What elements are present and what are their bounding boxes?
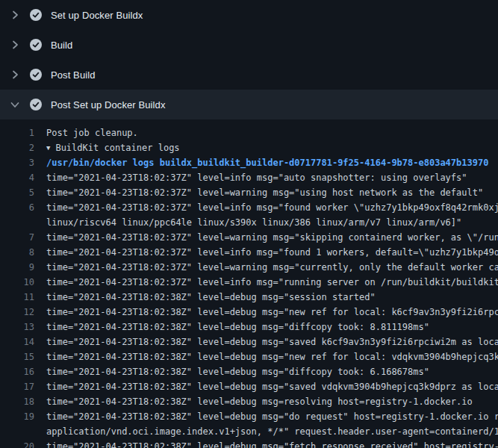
line-number[interactable]: 8 <box>0 245 34 260</box>
log-group-header[interactable]: ▼BuildKit container logs <box>34 140 180 155</box>
log-line: 17 time="2021-04-23T18:02:38Z" level=deb… <box>0 379 498 394</box>
log-text: time="2021-04-23T18:02:37Z" level=info m… <box>34 275 498 290</box>
log-text: time="2021-04-23T18:02:38Z" level=debug … <box>34 305 498 320</box>
log-line: 8 time="2021-04-23T18:02:37Z" level=info… <box>0 245 498 260</box>
line-number[interactable]: 2 <box>0 140 34 155</box>
line-number[interactable]: 1 <box>0 125 34 140</box>
log-line: 12 time="2021-04-23T18:02:38Z" level=deb… <box>0 305 498 320</box>
step-header-post-set-up-docker-buildx[interactable]: Post Set up Docker Buildx <box>0 90 498 119</box>
line-number[interactable]: 5 <box>0 185 34 200</box>
line-number[interactable]: 10 <box>0 275 34 290</box>
log-text: time="2021-04-23T18:02:38Z" level=debug … <box>34 439 498 448</box>
step-label: Build <box>51 40 72 51</box>
line-number[interactable]: 7 <box>0 230 34 245</box>
log-text: time="2021-04-23T18:02:38Z" level=debug … <box>34 379 498 394</box>
line-number[interactable]: 4 <box>0 170 34 185</box>
line-number[interactable]: 3 <box>0 155 34 170</box>
line-number[interactable]: 9 <box>0 260 34 275</box>
chevron-right-icon <box>9 9 21 21</box>
log-text: time="2021-04-23T18:02:37Z" level=warnin… <box>34 185 483 200</box>
line-number <box>0 424 34 439</box>
check-circle-icon <box>30 69 42 81</box>
log-text: Post job cleanup. <box>34 125 138 140</box>
log-text: time="2021-04-23T18:02:37Z" level=warnin… <box>34 260 498 275</box>
log-line-continuation: application/vnd.oci.image.index.v1+json,… <box>0 424 498 439</box>
log-text: time="2021-04-23T18:02:38Z" level=debug … <box>34 290 376 305</box>
step-header-set-up-docker-buildx[interactable]: Set up Docker Buildx <box>0 0 498 30</box>
line-number[interactable]: 16 <box>0 364 34 379</box>
log-line: 16 time="2021-04-23T18:02:38Z" level=deb… <box>0 364 498 379</box>
step-label: Set up Docker Buildx <box>51 10 143 21</box>
steps-list: Set up Docker Buildx Build Post Build Po… <box>0 0 498 119</box>
log-text: time="2021-04-23T18:02:38Z" level=debug … <box>34 335 498 349</box>
log-text: time="2021-04-23T18:02:38Z" level=debug … <box>34 364 429 379</box>
log-line: 7 time="2021-04-23T18:02:37Z" level=warn… <box>0 230 498 245</box>
log-text: time="2021-04-23T18:02:38Z" level=debug … <box>34 409 498 424</box>
line-number[interactable]: 12 <box>0 305 34 320</box>
log-line: 4 time="2021-04-23T18:02:37Z" level=info… <box>0 170 498 185</box>
group-expanded-triangle-icon[interactable]: ▼ <box>46 144 50 152</box>
log-line: 18 time="2021-04-23T18:02:38Z" level=deb… <box>0 394 498 409</box>
step-header-build[interactable]: Build <box>0 30 498 60</box>
log-text: time="2021-04-23T18:02:38Z" level=debug … <box>34 320 429 335</box>
line-number[interactable]: 18 <box>0 394 34 409</box>
log-line: 14 time="2021-04-23T18:02:38Z" level=deb… <box>0 335 498 349</box>
group-title: BuildKit container logs <box>55 143 179 153</box>
log-line: 9 time="2021-04-23T18:02:37Z" level=warn… <box>0 260 498 275</box>
command-text: /usr/bin/docker logs buildx_buildkit_bui… <box>34 155 488 170</box>
log-line-group: 2 ▼BuildKit container logs <box>0 140 498 155</box>
log-line-command: 3 /usr/bin/docker logs buildx_buildkit_b… <box>0 155 498 170</box>
line-number[interactable]: 14 <box>0 335 34 349</box>
log-output: 1 Post job cleanup. 2 ▼BuildKit containe… <box>0 119 498 448</box>
log-text: time="2021-04-23T18:02:37Z" level=info m… <box>34 200 498 215</box>
log-line: 20 time="2021-04-23T18:02:38Z" level=deb… <box>0 439 498 448</box>
line-number[interactable]: 6 <box>0 200 34 215</box>
log-text: application/vnd.oci.image.index.v1+json,… <box>34 424 498 439</box>
log-text: time="2021-04-23T18:02:38Z" level=debug … <box>34 394 473 409</box>
log-text: linux/riscv64 linux/ppc64le linux/s390x … <box>34 215 461 230</box>
line-number[interactable]: 15 <box>0 349 34 364</box>
line-number[interactable]: 19 <box>0 409 34 424</box>
log-line: 10 time="2021-04-23T18:02:37Z" level=inf… <box>0 275 498 290</box>
log-text: time="2021-04-23T18:02:37Z" level=info m… <box>34 245 498 260</box>
log-line-continuation: linux/riscv64 linux/ppc64le linux/s390x … <box>0 215 498 230</box>
line-number[interactable]: 17 <box>0 379 34 394</box>
chevron-right-icon <box>9 39 21 51</box>
step-label: Post Build <box>51 69 96 81</box>
log-line: 1 Post job cleanup. <box>0 125 498 140</box>
log-text: time="2021-04-23T18:02:38Z" level=debug … <box>34 349 498 364</box>
log-text: time="2021-04-23T18:02:37Z" level=warnin… <box>34 230 498 245</box>
step-header-post-build[interactable]: Post Build <box>0 60 498 90</box>
check-circle-icon <box>30 39 42 51</box>
log-text: time="2021-04-23T18:02:37Z" level=info m… <box>34 170 467 185</box>
chevron-right-icon <box>9 69 21 81</box>
chevron-down-icon <box>9 99 21 111</box>
line-number[interactable]: 20 <box>0 439 34 448</box>
log-line: 15 time="2021-04-23T18:02:38Z" level=deb… <box>0 349 498 364</box>
log-line: 13 time="2021-04-23T18:02:38Z" level=deb… <box>0 320 498 335</box>
check-circle-icon <box>30 99 42 111</box>
line-number[interactable]: 11 <box>0 290 34 305</box>
line-number <box>0 215 34 230</box>
log-line: 5 time="2021-04-23T18:02:37Z" level=warn… <box>0 185 498 200</box>
log-line: 6 time="2021-04-23T18:02:37Z" level=info… <box>0 200 498 215</box>
check-circle-icon <box>30 9 42 21</box>
step-label: Post Set up Docker Buildx <box>51 99 166 111</box>
line-number[interactable]: 13 <box>0 320 34 335</box>
log-line: 19 time="2021-04-23T18:02:38Z" level=deb… <box>0 409 498 424</box>
log-line: 11 time="2021-04-23T18:02:38Z" level=deb… <box>0 290 498 305</box>
